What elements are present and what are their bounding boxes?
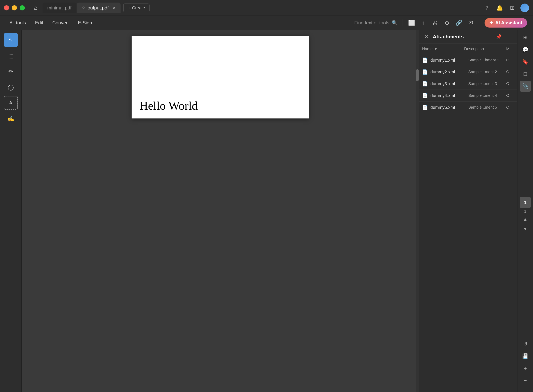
bell-icon[interactable]: 🔔 bbox=[495, 4, 504, 12]
grid-icon[interactable]: ⊞ bbox=[508, 4, 516, 12]
select-tool-button[interactable]: ↖ bbox=[4, 33, 18, 47]
col-misc-header: M bbox=[506, 47, 514, 51]
file-name: dummy4.xml bbox=[430, 93, 468, 98]
toolbar-right: Find text or tools 🔍 ⬜ ↑ 🖨 ⊙ 🔗 ✉ ✦ AI As… bbox=[354, 18, 527, 28]
search-icon: 🔍 bbox=[392, 20, 397, 26]
file-desc: Sample...hment 1 bbox=[468, 58, 506, 62]
close-button[interactable] bbox=[4, 5, 9, 10]
file-misc: C bbox=[506, 58, 514, 62]
tab-label: minimal.pdf bbox=[47, 5, 71, 11]
attachments-more-icon[interactable]: ··· bbox=[505, 33, 513, 41]
table-row[interactable]: 📄 dummy5.xml Sample...ment 5 C bbox=[419, 102, 517, 113]
attachments-header: ✕ Attachments 📌 ··· bbox=[419, 30, 517, 44]
tab-minimal[interactable]: minimal.pdf bbox=[43, 3, 76, 13]
home-icon[interactable]: ⌂ bbox=[31, 4, 40, 12]
page-up-button[interactable]: ▲ bbox=[520, 215, 530, 224]
pdf-scrollbar-thumb[interactable] bbox=[416, 69, 419, 81]
find-text-area[interactable]: Find text or tools 🔍 bbox=[354, 20, 397, 26]
traffic-lights bbox=[4, 5, 25, 10]
pdf-page: Hello World bbox=[132, 36, 309, 118]
file-icon: 📄 bbox=[422, 93, 428, 98]
col-name-label: Name bbox=[422, 47, 433, 51]
file-icon: 📄 bbox=[422, 57, 428, 63]
edit-button[interactable]: Edit bbox=[32, 18, 47, 28]
file-desc: Sample...ment 5 bbox=[468, 105, 506, 110]
link-icon[interactable]: 🔗 bbox=[454, 19, 463, 27]
file-icon: 📄 bbox=[422, 105, 428, 110]
draw-tool-button[interactable]: ✏ bbox=[4, 65, 18, 78]
attachments-panel-icon[interactable]: 📎 bbox=[520, 81, 531, 92]
share-icon[interactable]: ↑ bbox=[419, 19, 428, 27]
pages-panel-icon[interactable]: ⊞ bbox=[520, 32, 531, 43]
tab-output[interactable]: ☆ output.pdf ✕ bbox=[77, 3, 121, 13]
table-row[interactable]: 📄 dummy4.xml Sample...ment 4 C bbox=[419, 90, 517, 102]
create-button[interactable]: + Create bbox=[123, 4, 149, 12]
avatar[interactable] bbox=[520, 4, 529, 12]
file-misc: C bbox=[506, 93, 514, 98]
maximize-button[interactable] bbox=[20, 5, 25, 10]
table-row[interactable]: 📄 dummy1.xml Sample...hment 1 C bbox=[419, 54, 517, 66]
textbox-tool-button[interactable]: A bbox=[4, 96, 18, 110]
col-sort-icon[interactable]: ▼ bbox=[434, 47, 438, 51]
table-header: Name ▼ Description M bbox=[419, 44, 517, 54]
create-label: Create bbox=[132, 5, 145, 10]
print-icon[interactable]: 🖨 bbox=[431, 19, 439, 27]
all-tools-button[interactable]: All tools bbox=[6, 18, 29, 28]
comments-panel-icon[interactable]: 💬 bbox=[520, 44, 531, 55]
esign-button[interactable]: E-Sign bbox=[74, 18, 95, 28]
mail-icon[interactable]: ✉ bbox=[466, 19, 475, 27]
table-row[interactable]: 📄 dummy2.xml Sample...ment 2 C bbox=[419, 66, 517, 78]
find-text-label: Find text or tools bbox=[354, 20, 389, 26]
tab-star-icon: ☆ bbox=[82, 5, 85, 10]
refresh-icon[interactable]: ↺ bbox=[520, 338, 531, 350]
toolbar-separator-1 bbox=[402, 19, 402, 26]
attachments-pin-icon[interactable]: 📌 bbox=[495, 33, 503, 41]
file-icon: 📄 bbox=[422, 69, 428, 75]
tabs-area: minimal.pdf ☆ output.pdf ✕ + Create bbox=[43, 3, 483, 13]
file-misc: C bbox=[506, 105, 514, 110]
zoom-out-icon[interactable]: − bbox=[520, 375, 531, 386]
page-total: 1 bbox=[524, 209, 526, 214]
left-sidebar: ↖ ⬚ ✏ ◯ A ✍ bbox=[0, 30, 22, 392]
file-name: dummy1.xml bbox=[430, 58, 468, 63]
toolbar: All tools Edit Convert E-Sign Find text … bbox=[0, 16, 533, 30]
toolbar-separator-2 bbox=[480, 19, 480, 26]
attachments-close-button[interactable]: ✕ bbox=[423, 33, 430, 41]
scan-save-icon[interactable]: 💾 bbox=[520, 351, 531, 362]
file-name: dummy3.xml bbox=[430, 81, 468, 86]
file-misc: C bbox=[506, 81, 514, 86]
bookmarks-panel-icon[interactable]: 🔖 bbox=[520, 56, 531, 67]
create-plus-icon: + bbox=[128, 5, 130, 10]
save-icon[interactable]: ⬜ bbox=[407, 19, 416, 27]
tab-label: output.pdf bbox=[88, 5, 109, 11]
zoom-in-icon[interactable]: + bbox=[520, 363, 531, 374]
pdf-area[interactable]: Hello World bbox=[22, 30, 419, 392]
right-bottom-icons: ↺ 💾 + − bbox=[520, 338, 531, 390]
file-misc: C bbox=[506, 70, 514, 74]
tab-close-icon[interactable]: ✕ bbox=[113, 5, 116, 10]
page-down-button[interactable]: ▼ bbox=[520, 225, 530, 233]
attachments-title: Attachments bbox=[433, 34, 492, 40]
file-desc: Sample...ment 4 bbox=[468, 93, 506, 98]
ai-assistant-button[interactable]: ✦ AI Assistant bbox=[485, 18, 527, 28]
organize-panel-icon[interactable]: ⊟ bbox=[520, 69, 531, 79]
minimize-button[interactable] bbox=[12, 5, 17, 10]
col-name-header: Name ▼ bbox=[422, 47, 464, 51]
scan-icon[interactable]: ⊙ bbox=[443, 19, 451, 27]
table-row[interactable]: 📄 dummy3.xml Sample...ment 3 C bbox=[419, 78, 517, 90]
help-icon[interactable]: ? bbox=[483, 4, 491, 12]
annotate-tool-button[interactable]: ⬚ bbox=[4, 49, 18, 63]
main-area: ↖ ⬚ ✏ ◯ A ✍ Hello World ✕ Attachments 📌 … bbox=[0, 30, 533, 392]
file-name: dummy5.xml bbox=[430, 105, 468, 110]
ai-assistant-label: AI Assistant bbox=[495, 20, 522, 26]
col-desc-header: Description bbox=[464, 47, 506, 51]
file-desc: Sample...ment 3 bbox=[468, 81, 506, 86]
pdf-scrollbar[interactable] bbox=[416, 30, 419, 392]
page-indicator: 1 bbox=[520, 197, 531, 208]
signature-tool-button[interactable]: ✍ bbox=[4, 112, 18, 126]
stamp-tool-button[interactable]: ◯ bbox=[4, 80, 18, 94]
file-name: dummy2.xml bbox=[430, 70, 468, 75]
attachments-table: Name ▼ Description M 📄 dummy1.xml Sample… bbox=[419, 44, 517, 392]
convert-button[interactable]: Convert bbox=[49, 18, 72, 28]
right-panel: ⊞ 💬 🔖 ⊟ 📎 1 1 ▲ ▼ ↺ 💾 + − bbox=[517, 30, 533, 392]
